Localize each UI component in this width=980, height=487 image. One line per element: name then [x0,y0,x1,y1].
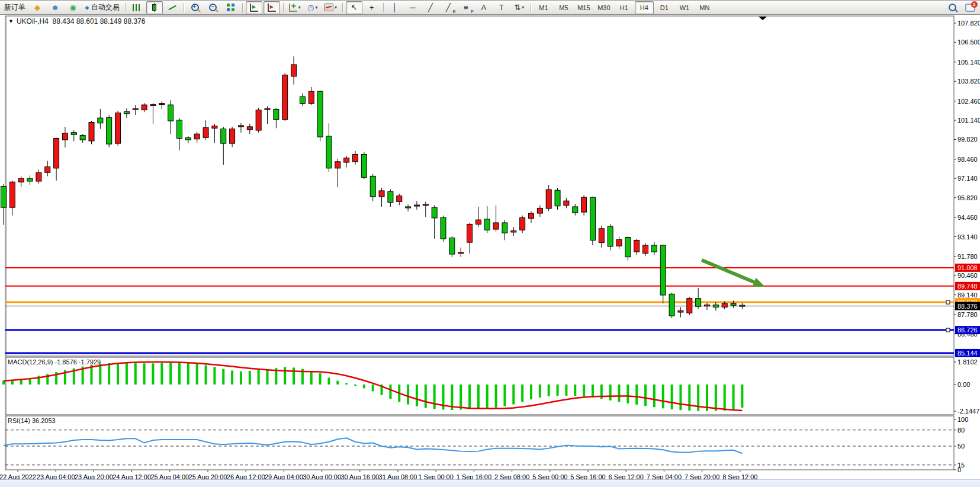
zoom-in-button[interactable] [187,1,204,14]
price-tick-label: 97.140 [957,175,978,182]
dropdown-arrow-icon[interactable]: ▾ [298,5,301,10]
candle-body [203,127,208,137]
candle-body [625,238,631,257]
line-chart-button[interactable] [164,1,181,14]
toolbar-separator [184,3,184,12]
candle-body [705,305,710,306]
chart-shift-button[interactable] [264,1,280,14]
candle-body [247,127,252,130]
timeframe-w1-button[interactable]: W1 [675,1,694,14]
periods-button[interactable]: ◷▾ [304,1,321,14]
trendline-button[interactable]: ╱ [422,1,439,14]
timeframe-m30-button[interactable]: M30 [595,1,613,14]
tile-windows-icon [227,4,230,7]
cursor-icon: ↖ [351,4,357,11]
timeframe-m1-button[interactable]: M1 [534,1,553,14]
macd-tick-label: -2.1447 [957,408,979,415]
status-bar [0,479,980,487]
toolbar-separator [283,3,284,12]
price-badge-label: 86.726 [957,326,978,334]
crosshair-button[interactable]: + [364,1,380,14]
line-handle[interactable] [946,300,950,304]
candle-body [537,208,542,213]
line-handle[interactable] [946,328,950,332]
chart-canvas[interactable]: 107.820106.500105.140103.820102.460101.1… [0,15,980,480]
arrows-button[interactable]: ⇅▾ [511,1,528,14]
dropdown-arrow-icon[interactable]: ▾ [316,5,318,10]
trading-terminal: { "toolbar": { "groups": [ [ {"name":"ne… [0,0,980,487]
horizontal-line-button[interactable]: ─ [404,1,421,14]
candle-body [9,182,15,207]
candle-body [45,166,50,172]
history-center-icon-icon: ◆ [34,4,40,11]
candle-body [397,196,402,202]
chat-button[interactable]: 1 [962,1,978,14]
text-label-button[interactable]: T [493,1,510,14]
candlestick-chart-icon [152,4,156,11]
new-order-button[interactable]: 新订单 [2,1,28,14]
timeframe-m15-button[interactable]: M15 [574,1,593,14]
candle-body [660,245,666,295]
auto-scroll-button[interactable] [246,1,262,14]
indicators-button[interactable]: ▾ [287,1,303,14]
timeframe-m5-button[interactable]: M5 [554,1,573,14]
price-tick-label: 89.140 [957,291,978,299]
candle-body [344,158,349,162]
profile-icon[interactable]: ☻ [47,1,63,14]
autotrading-button[interactable]: ●自动交易 [82,1,122,14]
candle-body [27,178,33,181]
cursor-button[interactable]: ↖ [346,1,362,14]
zoom-out-button[interactable] [205,1,221,14]
candle-body [353,155,358,162]
candle-body [194,134,200,139]
candle-body [18,178,24,182]
price-tick-label: 87.780 [957,311,978,318]
candle-body [634,240,640,252]
tile-windows-button[interactable] [223,1,239,14]
candle-body [274,109,279,119]
history-center-icon[interactable]: ◆ [29,1,46,14]
fibonacci-button[interactable]: ≡F [458,1,474,14]
candle-body [475,220,481,224]
bars-chart-button[interactable] [128,1,145,14]
candle-body [467,224,473,242]
price-badge-label: 89.748 [957,283,978,290]
autotrading-icon: ● [85,4,89,11]
vertical-line-icon: │ [393,4,397,11]
candle-body [564,201,569,205]
candlestick-chart-button[interactable] [146,1,163,14]
text-button[interactable]: A [475,1,492,14]
equidistant-channel-button[interactable]: ╱E [440,1,457,14]
candle-body [581,197,587,212]
candle-body [379,191,384,197]
candle-body [133,108,138,110]
vertical-line-button[interactable]: │ [387,1,403,14]
price-tick-label: 90.460 [957,272,978,279]
rsi-tick-label: 0 [957,466,961,473]
profile-icon-icon: ☻ [51,4,59,11]
chart-window[interactable]: 107.820106.500105.140103.820102.460101.1… [0,15,980,480]
candle-body [212,126,217,129]
candle-body [713,305,718,307]
timeframe-mn-button[interactable]: MN [695,1,714,14]
timeframe-h4-button[interactable]: H4 [635,1,654,14]
candle-body [230,129,235,144]
templates-button[interactable]: ▾ [322,1,339,14]
arrows-icon: ⇅ [514,4,520,11]
price-tick-label: 99.820 [957,136,978,143]
candle-body [300,97,305,104]
candle-body [740,305,745,306]
price-badge-label: 85.144 [957,350,978,357]
panel-rsi [5,416,954,470]
dropdown-arrow-icon[interactable]: ▾ [335,5,337,10]
price-tick-label: 93.140 [957,233,978,241]
candle-body [326,136,332,168]
candle-body [89,122,94,140]
candle-body [599,229,604,243]
search-icon [949,4,956,11]
search-button[interactable] [944,1,960,14]
timeframe-h1-button[interactable]: H1 [615,1,634,14]
signal-icon[interactable]: ◉ [65,1,81,14]
timeframe-d1-button[interactable]: D1 [655,1,674,14]
dropdown-arrow-icon[interactable]: ▾ [522,5,524,10]
